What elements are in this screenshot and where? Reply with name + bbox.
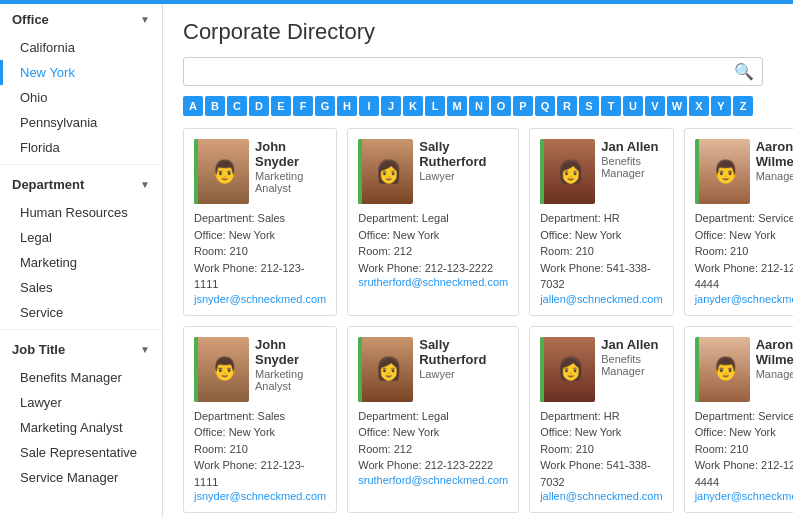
search-input[interactable] xyxy=(192,64,734,79)
avatar: 👨 xyxy=(194,139,249,204)
alpha-btn-O[interactable]: O xyxy=(491,96,511,116)
card-name: Jan Allen xyxy=(601,139,662,154)
sidebar-item-service-manager[interactable]: Service Manager xyxy=(0,465,162,490)
green-bar xyxy=(540,139,544,204)
alpha-btn-Q[interactable]: Q xyxy=(535,96,555,116)
alpha-btn-X[interactable]: X xyxy=(689,96,709,116)
sidebar-item-legal[interactable]: Legal xyxy=(0,225,162,250)
card-header-text: Sally Rutherford Lawyer xyxy=(419,337,508,380)
alpha-btn-A[interactable]: A xyxy=(183,96,203,116)
card-email[interactable]: jallen@schneckmed.com xyxy=(540,490,662,502)
alpha-btn-U[interactable]: U xyxy=(623,96,643,116)
face-placeholder: 👩 xyxy=(540,139,595,204)
alpha-btn-N[interactable]: N xyxy=(469,96,489,116)
card-email[interactable]: srutherford@schneckmed.com xyxy=(358,474,508,486)
card-email[interactable]: jsnyder@schneckmed.com xyxy=(194,490,326,502)
alpha-btn-Y[interactable]: Y xyxy=(711,96,731,116)
alpha-btn-C[interactable]: C xyxy=(227,96,247,116)
search-button[interactable]: 🔍 xyxy=(734,62,754,81)
card-name: Sally Rutherford xyxy=(419,337,508,367)
sidebar-item-california[interactable]: California xyxy=(0,35,162,60)
card-name: Aaron Wilmes xyxy=(756,337,793,367)
alpha-btn-P[interactable]: P xyxy=(513,96,533,116)
card-header-text: Jan Allen Benefits Manager xyxy=(601,337,662,377)
alpha-btn-E[interactable]: E xyxy=(271,96,291,116)
alpha-btn-I[interactable]: I xyxy=(359,96,379,116)
card-top: 👩 Jan Allen Benefits Manager xyxy=(540,337,662,402)
alpha-btn-D[interactable]: D xyxy=(249,96,269,116)
face-placeholder: 👩 xyxy=(540,337,595,402)
sidebar-item-florida[interactable]: Florida xyxy=(0,135,162,160)
card-info: Department: Sales Office: New York Room:… xyxy=(194,210,326,293)
card-email[interactable]: jsnyder@schneckmed.com xyxy=(194,293,326,305)
person-card: 👨 John Snyder Marketing Analyst Departme… xyxy=(183,128,337,316)
card-jobtitle: Marketing Analyst xyxy=(255,368,326,392)
chevron-down-icon: ▼ xyxy=(140,344,150,355)
card-email[interactable]: srutherford@schneckmed.com xyxy=(358,276,508,288)
sidebar-item-benefits-manager[interactable]: Benefits Manager xyxy=(0,365,162,390)
chevron-down-icon: ▼ xyxy=(140,14,150,25)
card-name: Sally Rutherford xyxy=(419,139,508,169)
avatar: 👨 xyxy=(695,337,750,402)
sidebar-item-sale-representative[interactable]: Sale Representative xyxy=(0,440,162,465)
card-name: Aaron Wilmes xyxy=(756,139,793,169)
person-card: 👨 Aaron Wilmes Manager Department: Servi… xyxy=(684,128,793,316)
alphabet-bar: ABCDEFGHIJKLMNOPQRSTUVWXYZ xyxy=(183,96,773,116)
sidebar-item-ohio[interactable]: Ohio xyxy=(0,85,162,110)
card-header-text: Aaron Wilmes Manager xyxy=(756,139,793,182)
person-card: 👨 John Snyder Marketing Analyst Departme… xyxy=(183,326,337,514)
avatar: 👩 xyxy=(540,337,595,402)
green-bar xyxy=(540,337,544,402)
card-top: 👩 Sally Rutherford Lawyer xyxy=(358,337,508,402)
card-jobtitle: Benefits Manager xyxy=(601,155,662,179)
sidebar-divider xyxy=(0,329,162,330)
alpha-btn-F[interactable]: F xyxy=(293,96,313,116)
avatar: 👨 xyxy=(194,337,249,402)
sidebar-divider xyxy=(0,164,162,165)
card-email[interactable]: jallen@schneckmed.com xyxy=(540,293,662,305)
alpha-btn-V[interactable]: V xyxy=(645,96,665,116)
alpha-btn-J[interactable]: J xyxy=(381,96,401,116)
chevron-down-icon: ▼ xyxy=(140,179,150,190)
sidebar-item-pennsylvania[interactable]: Pennsylvania xyxy=(0,110,162,135)
card-header-text: John Snyder Marketing Analyst xyxy=(255,139,326,194)
sidebar-section-department[interactable]: Department▼ xyxy=(0,169,162,200)
alpha-btn-G[interactable]: G xyxy=(315,96,335,116)
card-header-text: John Snyder Marketing Analyst xyxy=(255,337,326,392)
face-placeholder: 👩 xyxy=(358,139,413,204)
card-email[interactable]: janyder@schneckmed.com xyxy=(695,490,793,502)
alpha-btn-M[interactable]: M xyxy=(447,96,467,116)
alpha-btn-S[interactable]: S xyxy=(579,96,599,116)
alpha-btn-R[interactable]: R xyxy=(557,96,577,116)
sidebar-item-marketing-analyst[interactable]: Marketing Analyst xyxy=(0,415,162,440)
card-email[interactable]: janyder@schneckmed.com xyxy=(695,293,793,305)
card-jobtitle: Marketing Analyst xyxy=(255,170,326,194)
sidebar-item-sales[interactable]: Sales xyxy=(0,275,162,300)
card-top: 👨 John Snyder Marketing Analyst xyxy=(194,139,326,204)
sidebar-item-service[interactable]: Service xyxy=(0,300,162,325)
sidebar-item-lawyer[interactable]: Lawyer xyxy=(0,390,162,415)
card-info: Department: HR Office: New York Room: 21… xyxy=(540,210,662,293)
alpha-btn-T[interactable]: T xyxy=(601,96,621,116)
alpha-btn-W[interactable]: W xyxy=(667,96,687,116)
avatar: 👩 xyxy=(358,337,413,402)
sidebar-item-marketing[interactable]: Marketing xyxy=(0,250,162,275)
sidebar-item-new-york[interactable]: New York xyxy=(0,60,162,85)
alpha-btn-K[interactable]: K xyxy=(403,96,423,116)
green-bar xyxy=(695,139,699,204)
alpha-btn-H[interactable]: H xyxy=(337,96,357,116)
alpha-btn-B[interactable]: B xyxy=(205,96,225,116)
sidebar-section-office[interactable]: Office▼ xyxy=(0,4,162,35)
cards-grid: 👨 John Snyder Marketing Analyst Departme… xyxy=(183,128,773,513)
person-card: 👨 Aaron Wilmes Manager Department: Servi… xyxy=(684,326,793,514)
sidebar-item-human-resources[interactable]: Human Resources xyxy=(0,200,162,225)
alpha-btn-L[interactable]: L xyxy=(425,96,445,116)
sidebar-section-jobtitle[interactable]: Job Title▼ xyxy=(0,334,162,365)
search-bar: 🔍 xyxy=(183,57,763,86)
alpha-btn-Z[interactable]: Z xyxy=(733,96,753,116)
card-jobtitle: Lawyer xyxy=(419,170,508,182)
card-top: 👨 John Snyder Marketing Analyst xyxy=(194,337,326,402)
card-info: Department: Service Office: New York Roo… xyxy=(695,408,793,491)
sidebar-section-label: Office xyxy=(12,12,49,27)
card-info: Department: Legal Office: New York Room:… xyxy=(358,210,493,276)
